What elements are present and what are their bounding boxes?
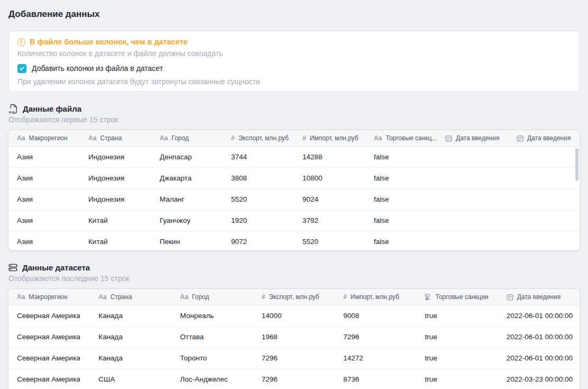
add-data-page: Добавление данных i В файле больше колон… (0, 0, 588, 389)
xls-file-icon: XLS (8, 104, 18, 114)
column-header[interactable]: Дата введения (437, 134, 508, 142)
notice-subtitle: Количество колонок в датасете и файле до… (17, 49, 571, 58)
table-cell: Азия (8, 174, 80, 182)
column-header[interactable]: АаГород (172, 293, 253, 301)
table-cell: 9008 (335, 312, 416, 320)
checkmark-icon (19, 66, 25, 71)
table-cell: 1920 (223, 216, 294, 224)
add-columns-checkbox-label: Добавить колонки из файла в датасет (32, 64, 163, 73)
table-cell: false (365, 195, 437, 203)
column-header[interactable]: АаГород (151, 134, 223, 142)
notice-card: i В файле больше колонок, чем в датасете… (8, 31, 580, 92)
column-header[interactable]: #Экспорт, млн.руб (253, 293, 335, 301)
column-label: Импорт, млн,руб (351, 293, 399, 301)
dataset-section-subtitle: Отображаются последние 15 строк (8, 274, 580, 283)
table-row: АзияИндонезияМаланг55209024false (8, 189, 580, 210)
table-cell: Индонезия (80, 195, 151, 203)
table-cell: Китай (80, 216, 151, 224)
table-cell: Канада (90, 333, 171, 341)
table-cell: США (90, 375, 171, 383)
column-header[interactable]: Дата введения (498, 293, 580, 301)
column-header[interactable]: АаСтрана (80, 134, 151, 142)
table-cell: true (416, 354, 498, 362)
dataset-section-title: Данные датасета (22, 263, 90, 272)
table-cell: Монреаль (172, 312, 253, 320)
table-cell: Денпасар (151, 153, 223, 161)
text-type-icon: Аа (98, 294, 107, 300)
table-cell: Индонезия (80, 174, 151, 182)
text-type-icon: Аа (160, 135, 168, 141)
column-header[interactable]: Дата введения (508, 134, 580, 142)
table-cell: Азия (8, 153, 80, 161)
table-cell: 14272 (335, 354, 416, 362)
table-cell: 9072 (223, 238, 294, 246)
file-table: АаМакрорегионАаСтранаАаГород#Экспорт, мл… (8, 130, 580, 250)
notice-title-row: i В файле больше колонок, чем в датасете (17, 37, 571, 47)
add-columns-checkbox[interactable] (17, 64, 26, 73)
table-cell: 2022-06-01 00:00:00 (498, 312, 580, 320)
table-cell: Азия (8, 216, 80, 224)
column-label: Город (192, 293, 209, 301)
table-cell: false (365, 216, 437, 224)
date-type-icon (517, 135, 523, 142)
table-header-row: АаМакрорегионАаСтранаАаГород#Экспорт, мл… (8, 130, 580, 147)
column-header[interactable]: АаМакрорегион (8, 293, 90, 301)
table-row: Северная АмерикаКанадаМонреаль140009008t… (8, 305, 580, 327)
column-label: Экспорт, млн.руб (269, 293, 319, 301)
table-vertical-scrollbar[interactable] (575, 148, 578, 181)
column-header[interactable]: Торговые санкции (416, 293, 498, 301)
column-header[interactable]: АаСтрана (90, 293, 171, 301)
table-cell: 7296 (253, 375, 335, 383)
number-type-icon: # (231, 135, 235, 141)
svg-text:XLS: XLS (8, 110, 14, 113)
text-type-icon: Аа (180, 294, 189, 300)
column-header[interactable]: #Экспорт, млн.руб (223, 134, 294, 142)
column-label: Страна (111, 293, 132, 301)
table-cell: Канада (90, 354, 171, 362)
column-label: Торговые санкции (435, 293, 488, 301)
table-cell: Оттава (172, 333, 253, 341)
file-section-title: Данные файла (23, 104, 81, 113)
table-cell: Гуанчжоу (151, 216, 223, 224)
table-cell: Северная Америка (8, 333, 90, 341)
text-type-icon: Аа (17, 135, 25, 141)
table-cell: Пекин (151, 238, 223, 246)
table-row: Северная АмерикаКанадаОттава19687296true… (8, 327, 580, 348)
column-header[interactable]: АаТорговые санкц... (365, 134, 437, 142)
number-type-icon: # (302, 135, 306, 141)
notice-title: В файле больше колонок, чем в датасете (30, 38, 188, 46)
table-cell: 5520 (223, 195, 294, 203)
column-label: Импорт, млн,руб (310, 134, 359, 142)
table-cell: Лос-Анджелес (172, 375, 253, 383)
column-label: Торговые санкц... (386, 134, 437, 142)
column-label: Страна (100, 134, 122, 142)
table-row: АзияКитайГуанчжоу19203792false (8, 210, 580, 231)
column-label: Город (172, 134, 189, 142)
info-icon: i (17, 38, 25, 46)
column-header[interactable]: #Импорт, млн,руб (294, 134, 365, 142)
table-cell: 3792 (294, 216, 365, 224)
table-cell: 2022-06-01 00:00:00 (498, 354, 580, 362)
table-body: АзияИндонезияДенпасар374414288falseАзияИ… (8, 147, 580, 250)
table-cell: Китай (80, 238, 151, 246)
page-title: Добавление данных (8, 0, 580, 20)
table-cell: 10800 (294, 174, 365, 182)
column-label: Дата введения (527, 134, 571, 142)
number-type-icon: # (262, 294, 265, 300)
dataset-table: АаМакрорегионАаСтранаАаГород#Экспорт, мл… (8, 289, 580, 389)
column-header[interactable]: АаМакрорегион (8, 134, 80, 142)
table-cell: 9024 (294, 195, 365, 203)
table-row: АзияИндонезияДжакарта380810800false (8, 168, 580, 189)
column-label: Макрорегион (29, 134, 68, 142)
table-cell: true (416, 333, 498, 341)
table-cell: 5520 (294, 238, 365, 246)
table-body: Северная АмерикаКанадаМонреаль140009008t… (8, 305, 580, 389)
table-cell: Канада (90, 312, 171, 320)
notice-note: При удалении колонок датасета будут затр… (17, 77, 571, 86)
column-header[interactable]: #Импорт, млн,руб (335, 293, 416, 301)
table-cell: false (365, 153, 437, 161)
date-type-icon (507, 294, 513, 301)
table-cell: 3744 (223, 153, 294, 161)
file-section-subtitle: Отображаются первые 15 строк (8, 115, 580, 124)
text-type-icon: Аа (374, 135, 382, 141)
